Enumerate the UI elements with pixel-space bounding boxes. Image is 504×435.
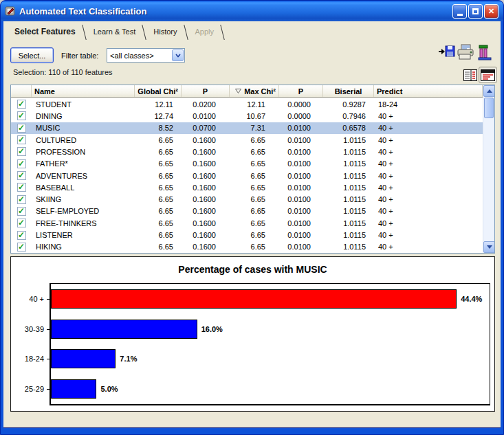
cell-predict: 40 + (374, 172, 483, 180)
print-icon[interactable] (457, 44, 475, 63)
axis-tick (47, 359, 50, 359)
column-header-predict[interactable]: Predict (374, 85, 483, 97)
row-checkbox[interactable]: ✓ (17, 207, 26, 216)
selection-status: Selection: 110 of 110 features (13, 68, 113, 76)
cell-biserial: 1.0115 (323, 243, 374, 251)
cell-max_chi2: 6.65 (230, 219, 279, 227)
cell-biserial: 1.0115 (323, 183, 374, 192)
table-row[interactable]: ✓SKIING6.650.16006.650.01001.011540 + (11, 194, 483, 205)
app-icon (5, 5, 16, 16)
window-body: Select FeaturesLearn & TestHistoryApply … (3, 21, 501, 428)
app-window: Automated Text Classification ✕ Select F… (0, 0, 504, 435)
cell-predict: 18-24 (374, 100, 483, 109)
cell-global_chi2: 6.65 (135, 159, 182, 168)
row-checkbox[interactable]: ✓ (17, 195, 26, 204)
scrollbar-thumb[interactable] (484, 98, 494, 118)
row-checkbox[interactable]: ✓ (17, 100, 26, 109)
select-button[interactable]: Select... (10, 47, 54, 63)
cell-name: SELF-EMPLOYED (32, 207, 135, 215)
table-row[interactable]: ✓FATHER*6.650.16006.650.01001.011540 + (11, 158, 483, 170)
cell-global_chi2: 12.74 (135, 112, 182, 120)
horizontal-split-view-icon[interactable] (479, 67, 497, 83)
cell-global_chi2: 6.65 (135, 207, 182, 215)
tab-learn-test[interactable]: Learn & Test (85, 23, 145, 40)
cell-p_global: 0.1600 (182, 195, 230, 203)
vertical-scrollbar[interactable] (483, 85, 494, 253)
cell-name: DINING (32, 112, 135, 120)
title-bar[interactable]: Automated Text Classification ✕ (1, 1, 503, 21)
table-row[interactable]: ✓LISTENER6.650.16006.650.01001.011540 + (11, 229, 483, 241)
cell-p_max: 0.0100 (279, 136, 323, 144)
cell-p_max: 0.0100 (279, 124, 323, 132)
cell-global_chi2: 8.52 (135, 124, 182, 132)
category-label: 40 + (12, 295, 44, 303)
table-row[interactable]: ✓STUDENT12.110.020012.110.00000.928718-2… (11, 98, 483, 110)
cell-biserial: 1.0115 (323, 231, 374, 239)
row-checkbox[interactable]: ✓ (17, 135, 26, 144)
filter-classes-combobox[interactable]: <all classes> (107, 48, 185, 63)
close-button[interactable]: ✕ (484, 4, 498, 19)
column-header-p_global[interactable]: P (182, 85, 230, 97)
table-row[interactable]: ✓CULTURED6.650.16006.650.01001.011540 + (11, 134, 483, 146)
cell-p_global: 0.1600 (182, 148, 230, 156)
row-checkbox[interactable]: ✓ (17, 147, 26, 156)
cell-global_chi2: 6.65 (135, 172, 182, 180)
row-checkbox[interactable]: ✓ (17, 124, 26, 133)
cell-max_chi2: 6.65 (230, 172, 279, 180)
cell-p_max: 0.0100 (279, 195, 323, 203)
tab-apply[interactable]: Apply (186, 23, 223, 40)
combo-dropdown-button[interactable] (172, 49, 184, 61)
cell-p_global: 0.1600 (182, 136, 230, 144)
table-row[interactable]: ✓DINING12.740.010010.670.00000.794640 + (11, 110, 483, 122)
row-checkbox[interactable]: ✓ (17, 183, 26, 192)
column-header-global_chi2[interactable]: Global Chi² (135, 85, 182, 97)
row-checkbox[interactable]: ✓ (17, 111, 26, 120)
cell-p_global: 0.1600 (182, 219, 230, 227)
column-header-checkbox[interactable] (11, 85, 32, 97)
column-header-p_max[interactable]: P (279, 85, 323, 97)
cell-checkbox: ✓ (11, 111, 32, 120)
cell-checkbox: ✓ (11, 135, 32, 144)
cell-global_chi2: 6.65 (135, 243, 182, 251)
vertical-split-view-icon[interactable] (463, 68, 478, 82)
column-header-biserial[interactable]: Biserial (323, 85, 374, 97)
features-table: NameGlobal Chi²PMax Chi²PBiserialPredict… (10, 85, 495, 254)
table-row[interactable]: ✓SELF-EMPLOYED6.650.16006.650.01001.0115… (11, 205, 483, 217)
save-table-icon[interactable] (438, 44, 455, 62)
cell-p_global: 0.1600 (182, 207, 230, 215)
table-row[interactable]: ✓BASEBALL6.650.16006.650.01001.011540 + (11, 181, 483, 193)
row-checkbox[interactable]: ✓ (17, 159, 26, 168)
cell-biserial: 1.0115 (323, 136, 374, 144)
row-checkbox[interactable]: ✓ (17, 219, 26, 227)
scroll-down-button[interactable] (483, 241, 495, 253)
table-row[interactable]: ✓FREE-THINKERS6.650.16006.650.01001.0115… (11, 217, 483, 229)
tab-select-features[interactable]: Select Features (6, 23, 85, 40)
cell-predict: 40 + (374, 243, 483, 251)
cell-biserial: 1.0115 (323, 159, 374, 168)
maximize-button[interactable] (468, 4, 483, 19)
table-row[interactable]: ✓ADVENTURES6.650.16006.650.01001.011540 … (11, 170, 483, 181)
table-row[interactable]: ✓MUSIC8.520.07007.310.01000.657840 + (11, 122, 483, 134)
cell-p_global: 0.1600 (182, 231, 230, 239)
scroll-up-button[interactable] (483, 85, 495, 97)
category-label: 18-24 (12, 355, 44, 363)
row-checkbox[interactable]: ✓ (17, 243, 26, 252)
table-row[interactable]: ✓PROFESSION6.650.16006.650.01001.011540 … (11, 146, 483, 157)
value-label: 5.0% (100, 385, 118, 393)
table-row[interactable]: ✓HIKING6.650.16006.650.01001.011540 + (11, 241, 483, 253)
column-header-name[interactable]: Name (32, 85, 135, 97)
axis-tick (47, 299, 50, 300)
chart-columns-icon[interactable] (478, 45, 492, 64)
row-checkbox[interactable]: ✓ (17, 231, 26, 240)
cell-p_global: 0.0700 (182, 124, 230, 132)
cell-max_chi2: 6.65 (230, 136, 279, 144)
column-header-label: Biserial (335, 87, 362, 96)
minimize-button[interactable] (452, 4, 467, 19)
cell-p_max: 0.0100 (279, 231, 323, 239)
category-label: 25-29 (12, 385, 44, 393)
column-header-label: Predict (377, 87, 402, 96)
tab-history[interactable]: History (144, 23, 186, 40)
column-header-max_chi2[interactable]: Max Chi² (230, 85, 279, 97)
cell-p_global: 0.0200 (182, 100, 230, 109)
row-checkbox[interactable]: ✓ (17, 171, 26, 180)
